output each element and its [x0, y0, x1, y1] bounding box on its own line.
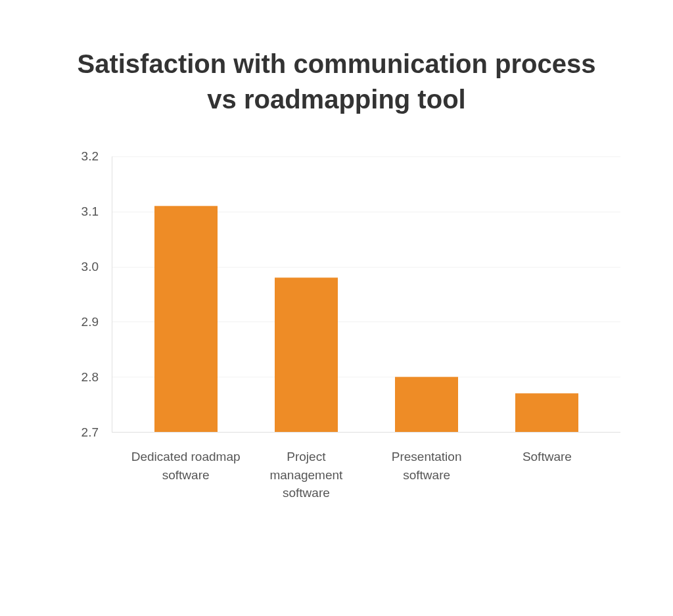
chart-title: Satisfaction with communication process … — [0, 46, 673, 117]
bar-presentation-software — [395, 377, 458, 432]
bar-dedicated-roadmap-software — [154, 206, 218, 432]
bar-software — [515, 393, 578, 432]
x-label: Presentation software — [367, 448, 487, 502]
bar-wrapper — [487, 156, 607, 432]
x-label: Project management software — [246, 448, 366, 502]
chart-container: Satisfaction with communication process … — [0, 0, 673, 433]
bars-group — [112, 156, 620, 432]
x-label: Software — [487, 448, 607, 502]
y-tick: 3.1 — [66, 204, 99, 219]
y-tick: 2.8 — [66, 370, 99, 385]
y-tick: 3.2 — [66, 149, 99, 164]
x-axis-labels: Dedicated roadmap software Project manag… — [112, 448, 620, 502]
bar-wrapper — [367, 156, 487, 432]
x-label: Dedicated roadmap software — [126, 448, 246, 502]
y-axis: 2.7 2.8 2.9 3.0 3.1 3.2 — [72, 156, 105, 433]
y-tick: 2.9 — [66, 315, 99, 329]
chart-area: 2.7 2.8 2.9 3.0 3.1 3.2 — [112, 156, 620, 433]
bar-project-management-software — [275, 277, 338, 432]
bar-wrapper — [126, 156, 246, 432]
y-tick: 2.7 — [66, 425, 99, 440]
plot-area: Dedicated roadmap software Project manag… — [112, 156, 620, 433]
bar-wrapper — [246, 156, 366, 432]
y-tick: 3.0 — [66, 260, 99, 274]
